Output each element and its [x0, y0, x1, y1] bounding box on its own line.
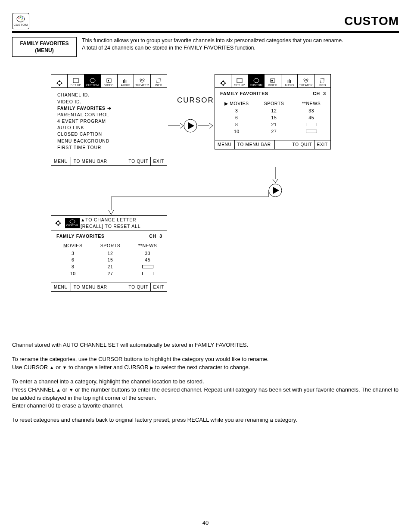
osd-footer: MENU TO MENU BAR TO QUIT EXIT [51, 157, 167, 166]
svg-rect-16 [157, 78, 160, 83]
iconcell-custom: CUSTOM [84, 75, 101, 87]
intro-text: This function allows you to group your f… [82, 37, 399, 57]
custom-badge-label: CUSTOM [13, 23, 28, 27]
iconcell-video: VIDEO [265, 75, 281, 87]
body-p4: To reset categories and channels back to… [12, 416, 399, 424]
connector-right-to-bottom [105, 190, 277, 216]
empty-slot [306, 130, 317, 133]
ff-cell [129, 264, 166, 271]
right-triangle-icon: ▶ [150, 365, 153, 370]
ff-column: MOVIES36810 [55, 243, 91, 277]
svg-point-6 [90, 78, 95, 83]
play-right-icon [184, 119, 197, 133]
ff-cell: 6 [218, 115, 255, 121]
ff-column-head: MOVIES [55, 243, 91, 249]
edit-help-line2: [RECALL] TO RESET ALL [81, 223, 140, 229]
palette-icon [16, 15, 25, 23]
body-text: Channel stored with AUTO CHANNEL SET wil… [12, 341, 399, 424]
down-triangle-icon: ▼ [69, 387, 74, 392]
custom-nub: CUSTOM [65, 218, 80, 228]
title-rule [12, 31, 399, 33]
ff-cell: 15 [256, 115, 293, 121]
menu-item: CHANNEL ID. [57, 92, 162, 98]
section-label-line2: (MENU) [17, 47, 72, 54]
edit-help-line1: ▲TO CHANGE LETTER [81, 217, 140, 223]
ff-cell: 8 [55, 264, 91, 271]
svg-rect-11 [125, 80, 125, 83]
cursor-label: CURSOR [177, 96, 214, 106]
ff-cell: 12 [256, 108, 293, 115]
intro-row: FAMILY FAVORITES (MENU) This function al… [12, 37, 399, 57]
intro-line2: A total of 24 channels can be stored in … [82, 44, 399, 52]
iconcell-audio: AUDIO [281, 75, 298, 87]
svg-rect-31 [321, 78, 324, 83]
edit-help-bar: CUSTOM ▲TO CHANGE LETTER [RECALL] TO RES… [51, 216, 167, 230]
svg-rect-28 [290, 80, 291, 83]
iconcell-theater: THEATER [298, 75, 314, 87]
iconcell-info: INFO [314, 75, 330, 87]
up-triangle-icon: ▲ [50, 365, 54, 370]
ff-column: SPORTS12152127 [256, 100, 293, 135]
ff-title: FAMILY FAVORITES [56, 233, 105, 239]
svg-rect-26 [289, 80, 289, 83]
ff-column-head: ▶ MOVIES [218, 100, 255, 107]
cursor-nub [52, 218, 64, 228]
menu-item: 4 EVENT PROGRAM [57, 118, 162, 124]
ff-title: FAMILY FAVORITES [220, 90, 268, 96]
footer-menu: MENU [51, 157, 71, 166]
osd-menu-body: CHANNEL ID.VIDEO ID.FAMILY FAVORITES ➔PA… [51, 88, 167, 157]
page-number: 40 [12, 519, 399, 527]
body-p3: To enter a channel into a category, high… [12, 378, 399, 410]
ff-column: ▶ MOVIES36810 [218, 100, 255, 135]
section-label-line1: FAMILY FAVORITES [17, 40, 72, 47]
osd-custom-menu: SET UP CUSTOM VIDEO AUDIO THEATER INFO C… [51, 74, 167, 166]
empty-slot [142, 272, 153, 275]
svg-rect-27 [290, 79, 290, 83]
iconcell-arrows [51, 75, 68, 87]
svg-rect-5 [73, 78, 78, 83]
svg-point-21 [254, 78, 259, 83]
svg-rect-9 [123, 80, 124, 83]
svg-point-4 [22, 19, 23, 21]
footer-bar: TO MENU BAR [71, 157, 111, 166]
ff-column-head: **NEWS [129, 243, 166, 249]
iconcell-custom: CUSTOM [248, 75, 265, 87]
intro-line1: This function allows you to group your f… [82, 37, 399, 44]
iconcell-video: VIDEO [101, 75, 117, 87]
menu-item: FAMILY FAVORITES ➔ [57, 105, 162, 111]
ff-cell: 3 [218, 108, 255, 115]
svg-point-14 [140, 79, 142, 81]
footer-quit: TO QUIT [111, 157, 150, 166]
ff-ch: CH 3 [149, 233, 162, 239]
svg-point-15 [143, 79, 144, 81]
down-triangle-icon: ▼ [62, 365, 67, 370]
svg-point-29 [304, 79, 305, 81]
diagram-area: SET UP CUSTOM VIDEO AUDIO THEATER INFO C… [12, 74, 399, 328]
ff-columns: ▶ MOVIES36810SPORTS12152127**NEWS3345 [215, 99, 330, 140]
ff-cell: 21 [92, 264, 129, 271]
ff-column-head: SPORTS [256, 100, 293, 107]
ff-columns: MOVIES36810SPORTS12152127**NEWS3345 [51, 241, 167, 283]
body-p2: To rename the categories, use the CURSOR… [12, 355, 399, 372]
menu-item: PARENTAL CONTROL [57, 112, 162, 118]
up-triangle-icon: ▲ [56, 387, 61, 392]
ff-cell: 33 [129, 250, 166, 257]
svg-rect-13 [127, 80, 127, 83]
page-title: CUSTOM [344, 13, 399, 29]
svg-point-3 [22, 18, 23, 19]
ff-column: **NEWS3345 [129, 243, 166, 277]
ff-cell [129, 271, 166, 277]
ff-cell [293, 128, 330, 135]
cursor-arrows-icon [55, 220, 62, 227]
ff-cell: 27 [92, 271, 129, 277]
ff-cell: 45 [293, 115, 330, 121]
menu-item: AUTO LINK [57, 124, 162, 131]
ff-header: FAMILY FAVORITES CH 3 [51, 230, 167, 241]
osd-family-favorites: SET UP CUSTOM VIDEO AUDIO THEATER INFO F… [215, 74, 331, 149]
ff-cell: 15 [92, 257, 129, 264]
svg-rect-23 [271, 80, 273, 81]
ff-cell: 27 [256, 128, 293, 135]
header-bar: CUSTOM CUSTOM [12, 13, 399, 29]
ff-cell: 21 [256, 121, 293, 128]
svg-point-34 [70, 220, 75, 223]
